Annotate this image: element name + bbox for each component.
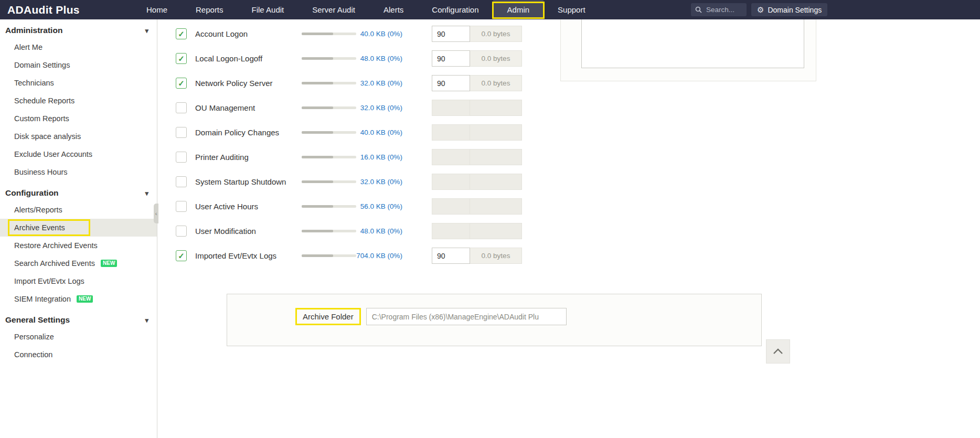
new-badge: NEW (101, 260, 117, 267)
retention-days-input[interactable] (432, 248, 470, 264)
sidebar-item-search-archived-events[interactable]: Search Archived Events NEW (0, 254, 157, 272)
sidebar-item-import-evt-evtx-logs[interactable]: Import Evt/Evtx Logs (0, 272, 157, 290)
progress-bar (302, 82, 356, 84)
sidebar-item-domain-settings[interactable]: Domain Settings (0, 56, 157, 74)
row-checkbox[interactable]: ✓ (176, 226, 187, 237)
gear-icon: ⚙ (757, 6, 764, 14)
nav-server-audit[interactable]: Server Audit (298, 0, 369, 19)
chevron-down-icon: ▾ (145, 189, 148, 197)
nav-file-audit[interactable]: File Audit (238, 0, 299, 19)
retention-days-input[interactable] (432, 26, 470, 42)
retention-days-input[interactable] (432, 50, 470, 67)
table-row: ✓ User Modification 48.0 KB (0%) (173, 219, 522, 243)
table-row: ✓ User Active Hours 56.0 KB (0%) (173, 194, 522, 219)
sidebar-section-configuration[interactable]: Configuration ▾ (0, 185, 157, 201)
retention-days-input (432, 100, 470, 116)
main-nav: Home Reports File Audit Server Audit Ale… (132, 0, 600, 19)
sidebar-section-administration[interactable]: Administration ▾ (0, 23, 157, 38)
search-icon (695, 6, 702, 13)
bytes-value (470, 174, 522, 190)
row-checkbox[interactable]: ✓ (176, 28, 187, 39)
sidebar-section-general-settings[interactable]: General Settings ▾ (0, 312, 157, 328)
top-right-panel (560, 19, 816, 81)
size-value: 48.0 KB (0%) (356, 227, 402, 235)
progress-bar (302, 205, 356, 208)
size-value: 16.0 KB (0%) (356, 153, 402, 161)
row-checkbox[interactable]: ✓ (176, 127, 187, 138)
table-row: ✓ System Startup Shutdown 32.0 KB (0%) (173, 169, 522, 194)
sidebar-item-technicians[interactable]: Technicians (0, 74, 157, 92)
sidebar-item-connection[interactable]: Connection (0, 346, 157, 364)
bytes-value: 0.0 bytes (470, 50, 522, 67)
row-checkbox[interactable]: ✓ (176, 78, 187, 89)
sidebar-item-label: Archive Events (14, 223, 65, 232)
progress-bar (302, 180, 356, 183)
nav-alerts[interactable]: Alerts (369, 0, 418, 19)
top-right-panel-inner (581, 19, 804, 68)
topbar: ADAudit Plus Home Reports File Audit Ser… (0, 0, 980, 19)
sidebar-item-alerts-reports[interactable]: Alerts/Reports (0, 201, 157, 219)
row-checkbox[interactable]: ✓ (176, 250, 187, 261)
search-input[interactable] (705, 5, 742, 14)
size-value: 704.0 KB (0%) (356, 252, 402, 260)
sidebar-item-archive-events[interactable]: Archive Events (0, 219, 157, 237)
row-label: Imported Evt/Evtx Logs (195, 251, 302, 260)
nav-home[interactable]: Home (132, 0, 182, 19)
nav-admin[interactable]: Admin (493, 0, 544, 19)
domain-settings-label: Domain Settings (768, 6, 822, 14)
archive-folder-input[interactable] (366, 308, 567, 325)
app-logo[interactable]: ADAudit Plus (7, 4, 80, 16)
nav-reports[interactable]: Reports (182, 0, 238, 19)
row-label: System Startup Shutdown (195, 177, 302, 186)
archive-folder-label: Archive Folder (295, 308, 361, 325)
retention-days-input[interactable] (432, 75, 470, 91)
sidebar-item-business-hours[interactable]: Business Hours (0, 163, 157, 181)
nav-configuration[interactable]: Configuration (418, 0, 493, 19)
new-badge: NEW (77, 295, 93, 303)
sidebar-item-siem-integration[interactable]: SIEM Integration NEW (0, 290, 157, 308)
size-value: 32.0 KB (0%) (356, 178, 402, 186)
bytes-value (470, 124, 522, 141)
size-value: 56.0 KB (0%) (356, 202, 402, 210)
size-value: 32.0 KB (0%) (356, 104, 402, 112)
row-checkbox[interactable]: ✓ (176, 102, 187, 113)
bytes-value (470, 198, 522, 215)
sidebar-item-alert-me[interactable]: Alert Me (0, 38, 157, 56)
sidebar-item-restore-archived-events[interactable]: Restore Archived Events (0, 237, 157, 254)
chevron-up-icon (773, 348, 783, 355)
table-row: ✓ OU Management 32.0 KB (0%) (173, 95, 522, 120)
sidebar: Administration ▾ Alert Me Domain Setting… (0, 19, 157, 438)
table-row: ✓ Printer Auditing 16.0 KB (0%) (173, 145, 522, 169)
retention-days-input (432, 149, 470, 165)
progress-bar (302, 230, 356, 232)
progress-bar (302, 33, 356, 35)
row-checkbox[interactable]: ✓ (176, 53, 187, 64)
size-value: 40.0 KB (0%) (356, 129, 402, 136)
progress-bar (302, 131, 356, 134)
sidebar-item-custom-reports[interactable]: Custom Reports (0, 110, 157, 127)
archive-category-list: ✓ Account Logon 40.0 KB (0%) 0.0 bytes ✓… (173, 22, 522, 268)
bytes-value (470, 100, 522, 116)
chevron-down-icon: ▾ (145, 316, 148, 324)
nav-support[interactable]: Support (544, 0, 600, 19)
sidebar-item-disk-space-analysis[interactable]: Disk space analysis (0, 127, 157, 145)
sidebar-item-personalize[interactable]: Personalize (0, 328, 157, 346)
row-checkbox[interactable]: ✓ (176, 152, 187, 163)
sidebar-collapse-handle[interactable]: ‹ (154, 204, 158, 223)
main-content: ✓ Account Logon 40.0 KB (0%) 0.0 bytes ✓… (158, 19, 980, 438)
table-row: ✓ Network Policy Server 32.0 KB (0%) 0.0… (173, 71, 522, 95)
domain-settings-button[interactable]: ⚙ Domain Settings (751, 3, 827, 16)
sidebar-item-exclude-user-accounts[interactable]: Exclude User Accounts (0, 145, 157, 163)
progress-bar (302, 106, 356, 109)
search-box[interactable] (691, 3, 747, 16)
sidebar-item-schedule-reports[interactable]: Schedule Reports (0, 92, 157, 110)
chevron-down-icon: ▾ (145, 27, 148, 35)
progress-bar (302, 156, 356, 158)
sidebar-item-label: Search Archived Events (14, 259, 95, 268)
scroll-to-top-button[interactable] (766, 339, 790, 364)
row-checkbox[interactable]: ✓ (176, 176, 187, 187)
retention-days-input (432, 198, 470, 215)
row-checkbox[interactable]: ✓ (176, 201, 187, 212)
row-label: User Modification (195, 227, 302, 236)
row-label: Network Policy Server (195, 79, 302, 88)
